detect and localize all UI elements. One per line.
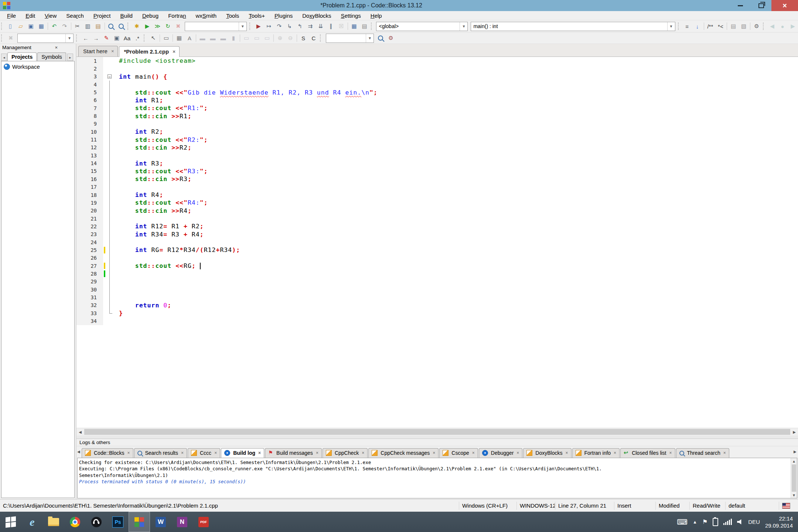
log-tab-cccc[interactable]: Cccc× — [188, 448, 220, 458]
menu-fortran[interactable]: Fortran — [163, 12, 191, 20]
clock[interactable]: 22:14 29.09.2014 — [765, 515, 793, 529]
letter-s-button[interactable]: S — [298, 34, 308, 42]
next-instruction-button[interactable]: ⇉ — [305, 22, 316, 31]
code-line[interactable]: 31 — [76, 293, 798, 301]
log-tab-cppcheck[interactable]: CppCheck× — [323, 448, 368, 458]
code-line[interactable]: 22 int R12= R1 + R2; — [76, 222, 798, 230]
code-line[interactable]: 21 — [76, 215, 798, 222]
management-close-icon[interactable]: × — [38, 45, 75, 50]
incsearch-prev-button[interactable]: ← — [81, 34, 91, 42]
menu-file[interactable]: File — [2, 12, 21, 20]
log-tab-code-blocks[interactable]: Code::Blocks× — [82, 448, 133, 458]
new-file-button[interactable]: ▯ — [5, 22, 16, 31]
log-tab-close-icon[interactable]: × — [214, 450, 217, 456]
log-tab-close-icon[interactable]: × — [669, 450, 672, 456]
incsearch-combo[interactable]: ▾ — [17, 34, 74, 43]
taskbar-photoshop[interactable]: Ps — [107, 512, 129, 532]
code-line[interactable]: 28 — [76, 270, 798, 277]
zoom-in-button[interactable]: ⊕ — [275, 34, 285, 42]
log-tab-close-icon[interactable]: × — [566, 450, 568, 456]
replace-button[interactable] — [116, 22, 126, 31]
next-line-button[interactable]: ↷ — [274, 22, 284, 31]
start-button[interactable] — [0, 512, 21, 532]
action-center-flag-icon[interactable]: ⚑ — [702, 518, 707, 525]
align-icon-2[interactable]: ▬ — [208, 34, 218, 42]
taskbar-word[interactable]: W — [150, 512, 171, 532]
splitter[interactable] — [76, 436, 798, 439]
editor-tab-close-icon[interactable]: × — [111, 48, 114, 54]
code-line[interactable]: 27 std::cout <<RG; — [76, 262, 798, 270]
code-line[interactable]: 30 — [76, 286, 798, 293]
border-icon-3[interactable]: ▭ — [262, 34, 272, 42]
code-line[interactable]: 18 int R4; — [76, 191, 798, 199]
tree-item-workspace[interactable]: Workspace — [4, 64, 72, 70]
code-line[interactable]: 15 std::cout <<"R3:"; — [76, 167, 798, 175]
network-signal-icon[interactable] — [723, 519, 732, 525]
taskbar-onenote[interactable]: N — [171, 512, 193, 532]
code-line[interactable]: 1#include <iostream> — [76, 57, 798, 65]
log-tab-search-results[interactable]: Search results× — [134, 448, 187, 458]
cut-button[interactable]: ✂ — [72, 22, 83, 31]
code-line[interactable]: 12 std::cin >>R2; — [76, 144, 798, 151]
incsearch-clear-button[interactable]: ✖ — [6, 34, 16, 42]
debug-info-button[interactable]: ▤ — [359, 22, 370, 31]
match-case-button[interactable]: Aa — [122, 34, 132, 42]
incsearch-next-button[interactable]: → — [91, 34, 101, 42]
close-button[interactable]: × — [771, 0, 798, 11]
volume-icon[interactable] — [737, 519, 743, 525]
code-line[interactable]: 13 — [76, 151, 798, 159]
align-icon-1[interactable]: ▬ — [197, 34, 208, 42]
code-line[interactable]: 25 int RG= R12*R34/(R12+R34); — [76, 246, 798, 254]
step-into-button[interactable]: ↳ — [284, 22, 295, 31]
keyboard-language[interactable]: DEU — [748, 519, 760, 525]
editor-tab-0[interactable]: Start here× — [78, 46, 118, 57]
editor-tab-close-icon[interactable]: × — [173, 49, 175, 54]
menu-edit[interactable]: Edit — [21, 12, 40, 20]
menu-tools-[interactable]: Tools+ — [244, 12, 270, 20]
browse-marker-button[interactable]: ● — [777, 22, 788, 31]
management-tabs-scroll-left-icon[interactable]: ◂ — [1, 54, 7, 61]
wxsmith-widget-button[interactable]: ▭ — [161, 34, 171, 42]
step-out-button[interactable]: ↰ — [295, 22, 305, 31]
redo-button[interactable]: ↷ — [59, 22, 70, 31]
taskbar-audio-app[interactable] — [86, 512, 107, 532]
hscroll-thumb[interactable] — [84, 429, 790, 435]
taskbar-pdf-reader[interactable]: PDF — [193, 512, 214, 532]
code-line[interactable]: 16 std::cin >>R3; — [76, 175, 798, 183]
code-line[interactable]: 9 — [76, 120, 798, 128]
doxy-block-comment-button[interactable]: ↓ — [692, 22, 703, 31]
step-into-instruction-button[interactable]: ⇊ — [316, 22, 326, 31]
code-line[interactable]: 8 std::cin >>R1; — [76, 112, 798, 120]
code-line[interactable]: 23 int R34= R3 + R4; — [76, 231, 798, 238]
log-tab-thread-search[interactable]: Thread search× — [676, 448, 729, 458]
log-tab-close-icon[interactable]: × — [472, 450, 475, 456]
build-target-combo[interactable]: ▾ — [185, 22, 246, 31]
letter-c-button[interactable]: C — [308, 34, 319, 42]
minimize-button[interactable] — [730, 0, 751, 11]
code-line[interactable]: 10 int R2; — [76, 128, 798, 136]
management-tabs-scroll-right-icon[interactable]: ▸ — [67, 54, 73, 61]
code-line[interactable]: 11 std::cout <<"R2:"; — [76, 136, 798, 143]
undo-button[interactable]: ↶ — [49, 22, 59, 31]
build-log-view[interactable]: Checking for existence: C:\Users\Ardijan… — [77, 458, 797, 498]
menu-doxyblocks[interactable]: DoxyBlocks — [297, 12, 336, 20]
log-tab-debugger[interactable]: Debugger× — [479, 448, 523, 458]
menu-settings[interactable]: Settings — [336, 12, 366, 20]
battery-icon[interactable] — [713, 518, 718, 526]
wxsmith-grid-button[interactable]: ▦ — [174, 34, 184, 42]
code-editor[interactable]: 1#include <iostream>23int main() {45 std… — [76, 57, 798, 428]
code-line[interactable]: 26 — [76, 254, 798, 262]
browse-forward-button[interactable]: ▶ — [788, 22, 798, 31]
codeblocks-app-icon[interactable] — [3, 2, 10, 9]
show-hidden-icons[interactable]: ▲ — [693, 519, 697, 525]
menu-search[interactable]: Search — [61, 12, 89, 20]
log-tab-close-icon[interactable]: × — [723, 450, 726, 456]
log-vscrollbar[interactable]: ▲ ▼ — [791, 458, 797, 498]
touch-keyboard-icon[interactable]: ⌨ — [677, 518, 688, 526]
border-icon-2[interactable]: ▭ — [252, 34, 262, 42]
break-debugger-button[interactable]: ∥ — [326, 22, 336, 31]
logs-tabs-scroll-right-icon[interactable]: ▶ — [794, 450, 797, 454]
copy-button[interactable]: ▥ — [83, 22, 93, 31]
incsearch-combo-dropdown-icon[interactable]: ▾ — [65, 34, 73, 42]
code-line[interactable]: 7 std::cout <<"R1:"; — [76, 104, 798, 112]
